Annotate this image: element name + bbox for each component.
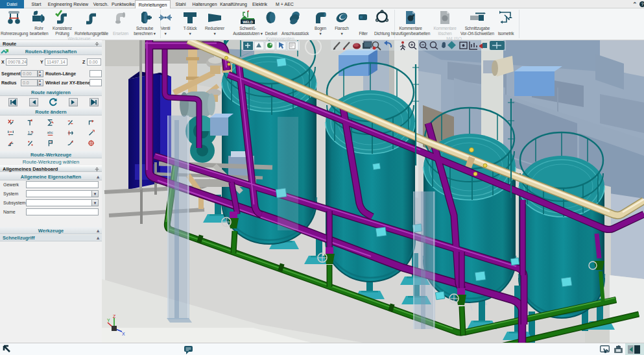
svg-text:Z: Z [113,314,116,319]
svg-text:X: X [122,332,125,336]
svg-text:Y: Y [107,318,110,323]
svg-text:abc: abc [47,130,53,134]
svg-text:WELD: WELD [243,20,253,24]
